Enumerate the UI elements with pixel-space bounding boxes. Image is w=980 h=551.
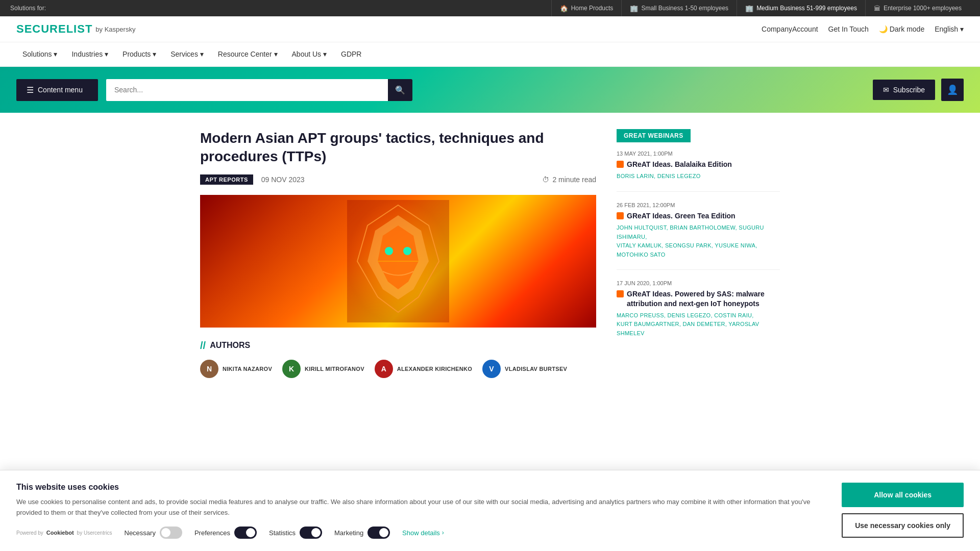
webinar-authors-green-tea: JOHN HULTQUIST, BRIAN BARTHOLOMEW, SUGUR… [617,223,780,259]
authors-section: // AUTHORS N NIKITA NAZAROV K KIRILL MIT… [200,340,596,378]
sub-nav: Solutions ▾ Industries ▾ Products ▾ Serv… [0,42,980,67]
building-icon: 🏢 [630,5,638,12]
webinar-indicator-balalaika [617,161,624,168]
content-area: Modern Asian APT groups' tactics, techni… [184,113,796,378]
hamburger-icon: ☰ [27,85,34,95]
subnav-solutions[interactable]: Solutions ▾ [16,42,63,67]
webinar-indicator-green-tea [617,212,624,219]
webinar-date-sas: 17 JUN 2020, 1:00PM [617,280,780,286]
author-name-nikita: NIKITA NAZAROV [223,366,272,372]
envelope-icon: ✉ [883,86,889,94]
home-icon: 🏠 [560,5,568,12]
moon-icon: 🌙 [879,25,888,33]
authors-divider: // [200,340,206,352]
author-avatar-kirill: K [282,360,301,378]
nav-right: CompanyAccount Get In Touch 🌙 Dark mode … [762,25,964,33]
article-image [200,195,596,328]
user-icon: 👤 [947,84,958,95]
webinar-authors-balalaika: BORIS LARIN, DENIS LEGEZO [617,172,780,181]
article-date: 09 NOV 2023 [261,176,305,184]
webinar-date-green-tea: 26 FEB 2021, 12:00PM [617,202,780,208]
webinar-indicator-sas [617,290,624,297]
authors-list: N NIKITA NAZAROV K KIRILL MITROFANOV A A… [200,360,596,378]
clock-icon: ⏱ [542,176,549,184]
content-menu-button[interactable]: ☰ Content menu [16,79,98,101]
svg-point-4 [385,247,393,255]
sidebar: GREAT WEBINARS 13 MAY 2021, 1:00PM GReAT… [617,129,780,378]
webinar-authors-sas: MARCO PREUSS, DENIS LEGEZO, COSTIN RAIU,… [617,311,780,338]
webinar-item-balalaika: 13 MAY 2021, 1:00PM GReAT Ideas. Balalai… [617,151,780,192]
language-selector[interactable]: English ▾ [935,25,964,33]
article-meta: APT REPORTS 09 NOV 2023 ⏱ 2 minute read [200,174,596,185]
logo-text: SECURELIST [16,22,92,36]
user-button[interactable]: 👤 [941,79,964,101]
topbar-home-products[interactable]: 🏠 Home Products [551,0,622,16]
webinar-title-row-green-tea: GReAT Ideas. Green Tea Edition [617,211,780,220]
dark-mode-link[interactable]: 🌙 Dark mode [879,25,924,33]
author-kirill: K KIRILL MITROFANOV [282,360,364,378]
enterprise-icon: 🏛 [874,5,880,12]
author-avatar-alexander: A [375,360,393,378]
subnav-about-us[interactable]: About Us ▾ [286,42,333,67]
author-nikita: N NIKITA NAZAROV [200,360,272,378]
subscribe-button[interactable]: ✉ Subscribe [873,80,935,100]
logo[interactable]: SECURELIST by Kaspersky [16,22,135,36]
search-bar: 🔍 [106,79,412,101]
company-account-link[interactable]: CompanyAccount [762,25,818,33]
subnav-gdpr[interactable]: GDPR [335,42,368,67]
article-title: Modern Asian APT groups' tactics, techni… [200,129,596,166]
webinar-title-sas[interactable]: GReAT Ideas. Powered by SAS: malware att… [627,289,780,308]
search-icon: 🔍 [395,85,405,95]
author-name-kirill: KIRILL MITROFANOV [305,366,364,372]
sidebar-badge: GREAT WEBINARS [617,129,691,142]
hero-right: ✉ Subscribe 👤 [873,79,964,101]
webinar-title-row-sas: GReAT Ideas. Powered by SAS: malware att… [617,289,780,308]
author-name-alexander: ALEXANDER KIRICHENKO [397,366,472,372]
top-bar-links: 🏠 Home Products 🏢 Small Business 1-50 em… [551,0,970,16]
topbar-enterprise[interactable]: 🏛 Enterprise 1000+ employees [865,0,970,16]
apt-badge: APT REPORTS [200,174,253,185]
svg-point-5 [403,247,411,255]
author-alexander: A ALEXANDER KIRICHENKO [375,360,472,378]
main-content: Modern Asian APT groups' tactics, techni… [200,129,596,378]
webinar-item-sas: 17 JUN 2020, 1:00PM GReAT Ideas. Powered… [617,280,780,348]
webinar-title-green-tea[interactable]: GReAT Ideas. Green Tea Edition [627,211,736,220]
webinar-title-row-balalaika: GReAT Ideas. Balalaika Edition [617,160,780,169]
webinar-date-balalaika: 13 MAY 2021, 1:00PM [617,151,780,157]
subnav-products[interactable]: Products ▾ [116,42,162,67]
author-avatar-vladislav: V [482,360,501,378]
topbar-medium-business[interactable]: 🏢 Medium Business 51-999 employees [737,0,865,16]
topbar-small-business[interactable]: 🏢 Small Business 1-50 employees [621,0,737,16]
author-vladislav: V VLADISLAV BURTSEV [482,360,567,378]
author-name-vladislav: VLADISLAV BURTSEV [505,366,567,372]
search-button[interactable]: 🔍 [388,79,412,101]
get-in-touch-link[interactable]: Get In Touch [828,25,869,33]
authors-header: // AUTHORS [200,340,596,352]
webinar-title-balalaika[interactable]: GReAT Ideas. Balalaika Edition [627,160,732,169]
subnav-services[interactable]: Services ▾ [164,42,210,67]
logo-sub: by Kaspersky [95,26,135,33]
solutions-label: Solutions for: [10,5,46,12]
hero-bar: ☰ Content menu 🔍 ✉ Subscribe 👤 [0,67,980,113]
article-image-svg [347,200,449,322]
subnav-resource-center[interactable]: Resource Center ▾ [212,42,284,67]
top-bar: Solutions for: 🏠 Home Products 🏢 Small B… [0,0,980,16]
building-icon-2: 🏢 [745,5,753,12]
read-time: ⏱ 2 minute read [542,176,596,184]
author-avatar-nikita: N [200,360,218,378]
main-nav: SECURELIST by Kaspersky CompanyAccount G… [0,16,980,42]
subnav-industries[interactable]: Industries ▾ [65,42,114,67]
webinar-item-green-tea: 26 FEB 2021, 12:00PM GReAT Ideas. Green … [617,202,780,270]
search-input[interactable] [106,80,388,100]
